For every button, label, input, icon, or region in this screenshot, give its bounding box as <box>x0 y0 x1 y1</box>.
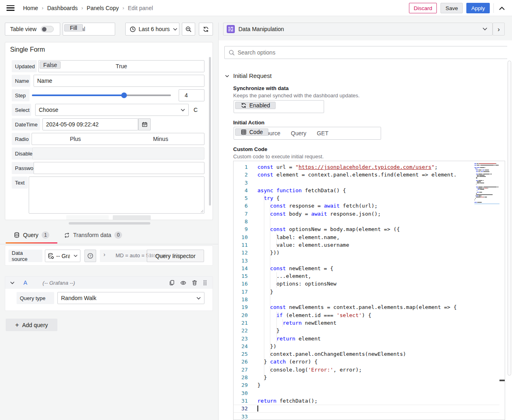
radio-plus-option[interactable]: Plus <box>33 134 118 144</box>
code-line[interactable]: 16 options: optionsNew <box>234 280 505 288</box>
datasource-help-button[interactable]: ? <box>84 250 96 262</box>
datetime-input[interactable] <box>42 118 138 130</box>
updated-false-option[interactable]: False <box>40 61 61 69</box>
search-options-input[interactable] <box>238 49 507 56</box>
minimap[interactable] <box>474 163 499 212</box>
code-line[interactable]: 11 value: element.username <box>234 241 505 249</box>
code-line[interactable]: 6 const response = await fetch(url); <box>234 202 505 210</box>
code-line[interactable]: 9 const optionsNew = body.map(element =>… <box>234 225 505 233</box>
line-number: 28 <box>234 374 257 381</box>
add-query-button[interactable]: + Add query <box>6 319 57 331</box>
chevron-down-icon[interactable] <box>10 281 15 284</box>
code-line[interactable]: 22 } <box>234 327 505 334</box>
form-horizontal-scrollbar[interactable] <box>69 222 150 225</box>
code-line[interactable]: 21 return newElement <box>234 319 505 327</box>
code-line[interactable]: 19 const newElements = context.panel.ele… <box>234 303 505 311</box>
code-line[interactable]: 8 <box>234 218 505 225</box>
code-line[interactable]: 23 return element <box>234 335 505 342</box>
code-line[interactable]: 25 context.panel.onChangeElements(newEle… <box>234 350 505 358</box>
table-view-toggle[interactable] <box>41 26 54 32</box>
discard-button[interactable]: Discard <box>409 3 437 13</box>
action-query-option[interactable]: Query <box>286 128 312 138</box>
hide-query-eye-icon[interactable] <box>180 280 186 286</box>
section-title-initial-request[interactable]: Initial Request <box>233 72 272 79</box>
step-slider-thumb[interactable] <box>121 92 127 98</box>
code-line[interactable]: 15 ...element, <box>234 272 505 280</box>
select-dropdown[interactable]: Choose <box>35 104 189 116</box>
form-submit-button-partial[interactable] <box>66 215 109 220</box>
tab-transform-data[interactable]: Transform data 0 <box>64 231 122 239</box>
time-range-picker[interactable]: Last 6 hours <box>125 23 179 36</box>
text-textarea[interactable] <box>29 176 204 214</box>
code-line[interactable]: 18 <box>234 296 505 303</box>
tab-query[interactable]: Query 1 <box>14 231 49 239</box>
options-scrollbar-track[interactable] <box>507 40 512 420</box>
code-line[interactable]: 17 } <box>234 288 505 296</box>
code-line[interactable]: 2const element = context.panel.elements.… <box>234 171 505 178</box>
action-get-option[interactable]: GET <box>312 128 334 138</box>
panel-type-selector[interactable]: Data Manipulation <box>223 23 493 36</box>
form-reset-button-partial[interactable] <box>113 215 151 220</box>
divider <box>493 3 494 13</box>
updated-true-option[interactable]: True <box>40 61 203 71</box>
code-line[interactable]: 4async function fetchData() { <box>234 187 505 194</box>
collapse-header-button[interactable] <box>497 5 506 12</box>
action-code-option[interactable]: Code <box>235 128 268 136</box>
breadcrumb: Home › Dashboards › Panels Copy › Edit p… <box>23 5 153 11</box>
code-line[interactable]: 13 <box>234 257 505 265</box>
drag-handle-icon[interactable] <box>203 280 207 286</box>
datetime-calendar-button[interactable] <box>138 118 151 130</box>
time-zoom-out-button[interactable] <box>182 23 195 36</box>
chevron-down-icon <box>483 27 487 31</box>
code-line[interactable]: 26 } catch (error) { <box>234 358 505 365</box>
line-number: 21 <box>234 319 257 327</box>
refresh-button[interactable] <box>199 23 213 36</box>
panel-form-title: Single Form <box>10 46 45 53</box>
password-input[interactable] <box>34 162 204 174</box>
query-inspector-button[interactable]: Query Inspector <box>147 250 204 262</box>
datasource-picker[interactable]: -- Gra <box>45 250 80 262</box>
code-line[interactable]: 14 const newElement = { <box>234 265 505 272</box>
code-line[interactable]: 10 label: element.name, <box>234 233 505 241</box>
code-editor[interactable]: 1const url = "https://jsonplaceholder.ty… <box>233 161 505 420</box>
code-line[interactable]: 32 <box>234 405 505 412</box>
name-input[interactable] <box>34 75 204 87</box>
delete-query-trash-icon[interactable] <box>192 280 197 286</box>
breadcrumb-dashboards[interactable]: Dashboards <box>47 5 78 11</box>
code-line[interactable]: 12 })) <box>234 249 505 256</box>
query-ref-id[interactable]: A <box>23 279 27 286</box>
line-number: 2 <box>234 171 257 178</box>
code-line[interactable]: 3 <box>234 179 505 187</box>
fill-option[interactable]: Fill <box>64 24 83 32</box>
code-line[interactable]: 1const url = "https://jsonplaceholder.ty… <box>234 163 505 171</box>
breadcrumb-panels-copy[interactable]: Panels Copy <box>87 5 119 11</box>
code-line[interactable]: 20 if (element.id === 'select') { <box>234 311 505 319</box>
code-line[interactable]: 24 }) <box>234 342 505 350</box>
code-line[interactable]: 7 const body = await response.json(); <box>234 210 505 218</box>
code-line[interactable]: 5 try { <box>234 194 505 202</box>
section-collapse-chevron-icon[interactable] <box>225 75 229 78</box>
duplicate-query-icon[interactable] <box>169 280 175 286</box>
form-vertical-scrollbar[interactable] <box>209 57 211 206</box>
step-value-input[interactable] <box>179 89 204 101</box>
options-scrollbar-thumb[interactable] <box>508 61 511 376</box>
code-line[interactable]: 28 } <box>234 374 505 381</box>
code-line[interactable]: 30 <box>234 389 505 397</box>
code-line[interactable]: 29} <box>234 381 505 389</box>
open-options-pane-button[interactable]: › <box>493 23 505 36</box>
apply-button[interactable]: Apply <box>466 3 490 13</box>
query-type-dropdown[interactable]: Random Walk <box>57 292 204 304</box>
code-line[interactable]: 31return fetchData(); <box>234 397 505 405</box>
save-button[interactable]: Save <box>440 3 463 13</box>
resize-handle-icon[interactable] <box>200 209 204 213</box>
line-number: 19 <box>234 303 257 311</box>
radio-minus-option[interactable]: Minus <box>118 134 203 144</box>
menu-icon[interactable] <box>6 5 15 11</box>
breadcrumb-home[interactable]: Home <box>23 5 38 11</box>
editor-overview-ruler[interactable] <box>499 161 505 420</box>
code-line[interactable]: 27 console.log('Error:', error); <box>234 366 505 374</box>
datasource-value: -- Gra <box>56 253 70 259</box>
query-row-header[interactable]: A (-- Grafana --) <box>5 277 213 289</box>
code-line[interactable]: 33 <box>234 413 505 420</box>
sync-enabled-option[interactable]: Enabled <box>235 102 276 109</box>
